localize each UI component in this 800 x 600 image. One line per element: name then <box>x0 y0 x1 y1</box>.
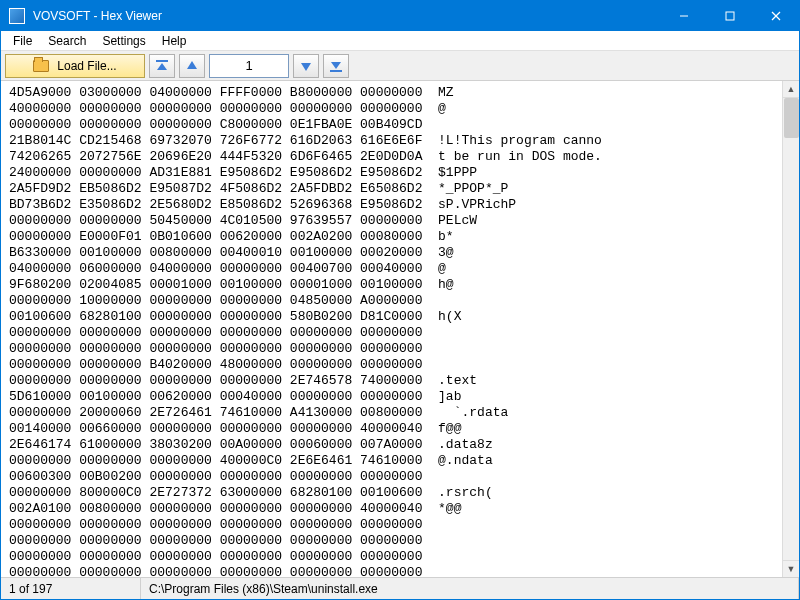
load-file-button[interactable]: Load File... <box>5 54 145 78</box>
menu-settings[interactable]: Settings <box>94 32 153 50</box>
svg-marker-8 <box>331 62 341 69</box>
svg-marker-6 <box>187 61 197 69</box>
menu-file[interactable]: File <box>5 32 40 50</box>
menu-help[interactable]: Help <box>154 32 195 50</box>
scroll-down-icon[interactable]: ▼ <box>783 560 799 577</box>
maximize-button[interactable] <box>707 1 753 31</box>
line-number-input[interactable] <box>209 54 289 78</box>
window-title: VOVSOFT - Hex Viewer <box>33 9 661 23</box>
statusbar: 1 of 197 C:\Program Files (x86)\Steam\un… <box>1 577 799 599</box>
svg-rect-9 <box>330 70 342 72</box>
menubar: File Search Settings Help <box>1 31 799 51</box>
svg-marker-7 <box>301 63 311 71</box>
status-position: 1 of 197 <box>1 578 141 599</box>
go-last-button[interactable] <box>323 54 349 78</box>
close-button[interactable] <box>753 1 799 31</box>
menu-search[interactable]: Search <box>40 32 94 50</box>
load-file-label: Load File... <box>57 59 116 73</box>
titlebar: VOVSOFT - Hex Viewer <box>1 1 799 31</box>
svg-rect-4 <box>156 60 168 62</box>
folder-icon <box>33 60 49 72</box>
status-filepath: C:\Program Files (x86)\Steam\uninstall.e… <box>141 578 799 599</box>
go-prev-button[interactable] <box>179 54 205 78</box>
app-icon <box>9 8 25 24</box>
go-next-button[interactable] <box>293 54 319 78</box>
svg-rect-1 <box>726 12 734 20</box>
hex-dump[interactable]: 4D5A9000 03000000 04000000 FFFF0000 B800… <box>1 81 782 577</box>
vertical-scrollbar[interactable]: ▲ ▼ <box>782 81 799 577</box>
svg-marker-5 <box>157 63 167 70</box>
scroll-thumb[interactable] <box>784 98 799 138</box>
toolbar: Load File... <box>1 51 799 81</box>
content-area: 4D5A9000 03000000 04000000 FFFF0000 B800… <box>1 81 799 577</box>
scroll-up-icon[interactable]: ▲ <box>783 81 799 98</box>
minimize-button[interactable] <box>661 1 707 31</box>
go-first-button[interactable] <box>149 54 175 78</box>
